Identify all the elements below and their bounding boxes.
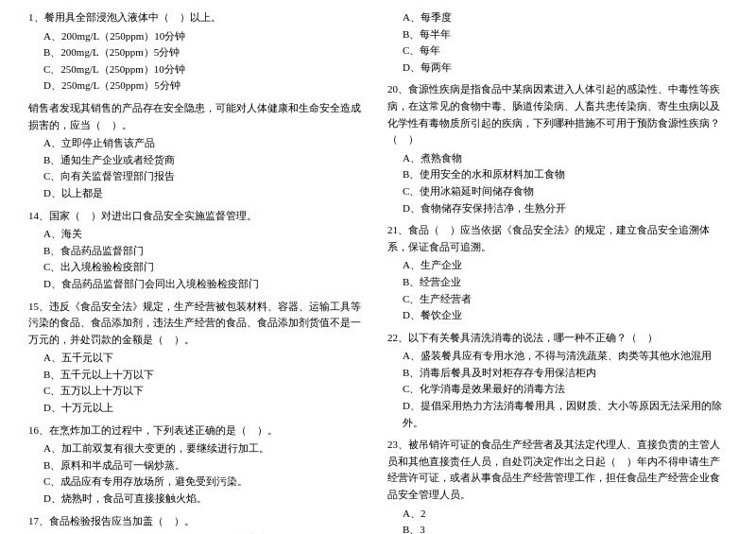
q14-text: 14、国家（ ）对进出口食品安全实施监督管理。 — [28, 208, 369, 225]
question-seller: 销售者发现其销售的产品存在安全隐患，可能对人体健康和生命安全造成损害的，应当（ … — [28, 100, 369, 202]
q15-optB: B、五千元以上十万以下 — [28, 367, 369, 384]
q13-text: 1、餐用具全部浸泡入液体中（ ）以上。 — [28, 9, 369, 26]
q21-optA: A、生产企业 — [387, 257, 728, 274]
q13-optB: B、200mg/L（250ppm）5分钟 — [28, 44, 369, 61]
q19-optA: A、每季度 — [387, 9, 728, 26]
q-seller-optB: B、通知生产企业或者经货商 — [28, 152, 369, 169]
q14-optD: D、食品药品监督部门会同出入境检验检疫部门 — [28, 276, 369, 293]
question-13: 1、餐用具全部浸泡入液体中（ ）以上。 A、200mg/L（250ppm）10分… — [28, 9, 369, 95]
question-16: 16、在烹炸加工的过程中，下列表述正确的是（ ）。 A、加工前双复有很大变更的，… — [28, 422, 369, 508]
q13-optA: A、200mg/L（250ppm）10分钟 — [28, 28, 369, 45]
q20-optB: B、使用安全的水和原材料加工食物 — [387, 166, 728, 183]
question-23: 23、被吊销许可证的食品生产经营者及其法定代理人、直接负责的主管人员和其他直接责… — [387, 437, 728, 534]
q15-optD: D、十万元以上 — [28, 400, 369, 417]
q15-optA: A、五千元以下 — [28, 350, 369, 367]
q17-text: 17、食品检验报告应当加盖（ ）。 — [28, 513, 369, 530]
q16-optD: D、烧熟时，食品可直接接触火焰。 — [28, 491, 369, 508]
q20-optA: A、煮熟食物 — [387, 150, 728, 167]
left-column: 1、餐用具全部浸泡入液体中（ ）以上。 A、200mg/L（250ppm）10分… — [28, 9, 369, 534]
q20-optD: D、食物储存安保持洁净，生熟分开 — [387, 200, 728, 217]
q19-optC: C、每年 — [387, 43, 728, 60]
q21-optB: B、经营企业 — [387, 274, 728, 291]
q15-text: 15、违反《食品安全法》规定，生产经营被包装材料、容器、运输工具等污染的食品、食… — [28, 299, 369, 349]
q21-optC: C、生产经营者 — [387, 291, 728, 308]
question-19-options: A、每季度 B、每半年 C、每年 D、每两年 — [387, 9, 728, 76]
q22-optD: D、提倡采用热力方法消毒餐用具，因财质、大小等原因无法采用的除外。 — [387, 398, 728, 431]
q-seller-optC: C、向有关监督管理部门报告 — [28, 168, 369, 185]
q20-optC: C、使用冰箱延时间储存食物 — [387, 183, 728, 200]
two-column-layout: 1、餐用具全部浸泡入液体中（ ）以上。 A、200mg/L（250ppm）10分… — [28, 9, 728, 534]
q20-text: 20、食源性疾病是指食品中某病因素进入人体引起的感染性、中毒性等疾病，在这常见的… — [387, 81, 728, 147]
q-seller-optA: A、立即停止销售该产品 — [28, 135, 369, 152]
question-22: 22、以下有关餐具清洗消毒的说法，哪一种不正确？（ ） A、盛装餐具应有专用水池… — [387, 330, 728, 432]
right-column: A、每季度 B、每半年 C、每年 D、每两年 20、食源性疾病是指食品中某病因素… — [387, 9, 728, 534]
q16-text: 16、在烹炸加工的过程中，下列表述正确的是（ ）。 — [28, 422, 369, 439]
q23-optA: A、2 — [387, 506, 728, 523]
q15-optC: C、五万以上十万以下 — [28, 383, 369, 400]
question-15: 15、违反《食品安全法》规定，生产经营被包装材料、容器、运输工具等污染的食品、食… — [28, 299, 369, 417]
q13-optC: C、250mg/L（250ppm）10分钟 — [28, 61, 369, 78]
question-20: 20、食源性疾病是指食品中某病因素进入人体引起的感染性、中毒性等疾病，在这常见的… — [387, 81, 728, 216]
q16-optB: B、原料和半成品可一锅炒蒸。 — [28, 457, 369, 474]
q21-optD: D、餐饮企业 — [387, 307, 728, 324]
q19-optB: B、每半年 — [387, 26, 728, 43]
q14-optC: C、出入境检验检疫部门 — [28, 259, 369, 276]
q22-optC: C、化学消毒是效果最好的消毒方法 — [387, 381, 728, 398]
q14-optB: B、食品药品监督部门 — [28, 243, 369, 260]
question-17: 17、食品检验报告应当加盖（ ）。 A、食品检验机构公章，并有检验人签名或者盖章… — [28, 513, 369, 534]
question-14: 14、国家（ ）对进出口食品安全实施监督管理。 A、海关 B、食品药品监督部门 … — [28, 208, 369, 293]
q23-optB: B、3 — [387, 522, 728, 534]
page-container: 1、餐用具全部浸泡入液体中（ ）以上。 A、200mg/L（250ppm）10分… — [28, 9, 728, 534]
q13-optD: D、250mg/L（250ppm）5分钟 — [28, 78, 369, 95]
q-seller-optD: D、以上都是 — [28, 185, 369, 202]
q21-text: 21、食品（ ）应当依据《食品安全法》的规定，建立食品安全追溯体系，保证食品可追… — [387, 222, 728, 255]
q16-optC: C、成品应有专用存放场所，避免受到污染。 — [28, 474, 369, 491]
q16-optA: A、加工前双复有很大变更的，要继续进行加工。 — [28, 440, 369, 457]
q22-optB: B、消毒后餐具及时对柜存存专用保洁柜内 — [387, 365, 728, 382]
q22-optA: A、盛装餐具应有专用水池，不得与清洗蔬菜、肉类等其他水池混用 — [387, 348, 728, 365]
q22-text: 22、以下有关餐具清洗消毒的说法，哪一种不正确？（ ） — [387, 330, 728, 347]
question-21: 21、食品（ ）应当依据《食品安全法》的规定，建立食品安全追溯体系，保证食品可追… — [387, 222, 728, 324]
q-seller-text: 销售者发现其销售的产品存在安全隐患，可能对人体健康和生命安全造成损害的，应当（ … — [28, 100, 369, 133]
q14-optA: A、海关 — [28, 226, 369, 243]
q19-optD: D、每两年 — [387, 60, 728, 77]
q23-text: 23、被吊销许可证的食品生产经营者及其法定代理人、直接负责的主管人员和其他直接责… — [387, 437, 728, 503]
